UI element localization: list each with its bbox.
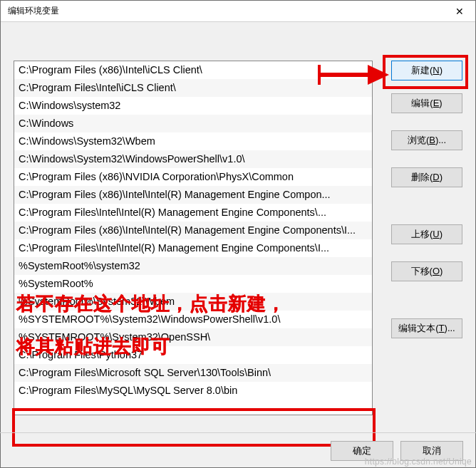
label: 删除( <box>411 172 433 182</box>
list-item[interactable]: %SystemRoot%\System32\Wbem <box>14 293 372 311</box>
list-item[interactable]: C:\Program Files (x86)\Intel\iCLS Client… <box>14 61 372 79</box>
label: 浏览( <box>408 135 429 145</box>
label-key: O <box>433 266 440 276</box>
label: 编辑文本( <box>398 323 438 333</box>
list-item[interactable]: C:\Program Files (x86)\Intel\Intel(R) Ma… <box>14 186 372 204</box>
list-item[interactable]: C:\Windows\system32 <box>14 97 372 115</box>
moveup-button[interactable]: 上移(U) <box>391 224 462 244</box>
label: )... <box>435 135 446 145</box>
label: 下移( <box>411 266 433 276</box>
label-key: T <box>439 323 445 333</box>
close-icon[interactable]: ✕ <box>443 1 475 22</box>
spacer <box>391 85 462 89</box>
label: ) <box>440 65 443 76</box>
spacer <box>391 118 462 126</box>
list-item[interactable]: C:\Windows\System32\Wbem <box>14 132 372 150</box>
label: 上移( <box>411 229 433 239</box>
ok-button[interactable]: 确定 <box>331 441 393 461</box>
spacer <box>391 155 462 163</box>
label: 编辑( <box>411 98 433 108</box>
label: 新建( <box>411 65 433 76</box>
path-listbox[interactable]: C:\Program Files (x86)\Intel\iCLS Client… <box>14 61 373 415</box>
new-button[interactable]: 新建(N) <box>391 61 462 80</box>
content-area: C:\Program Files (x86)\Intel\iCLS Client… <box>1 22 475 428</box>
list-item[interactable]: C:\Program Files (x86)\Intel\Intel(R) Ma… <box>14 222 372 239</box>
spacer <box>391 249 462 257</box>
list-item[interactable]: C:\Program Files\MySQL\MySQL Server 8.0\… <box>14 382 372 400</box>
list-item[interactable]: %SYSTEMROOT%\System32\OpenSSH\ <box>14 328 372 346</box>
label: ) <box>440 229 443 239</box>
label: )... <box>445 323 455 333</box>
cancel-button[interactable]: 取消 <box>400 441 463 461</box>
label-key: B <box>429 135 435 145</box>
dialog-title: 编辑环境变量 <box>8 5 443 17</box>
label-key: D <box>433 172 439 182</box>
label: ) <box>440 266 443 276</box>
spacer <box>391 286 462 314</box>
list-item[interactable]: C:\Program Files\Intel\Intel(R) Manageme… <box>14 204 372 222</box>
list-item[interactable]: C:\Program Files\Python37 <box>14 346 372 364</box>
list-item[interactable]: C:\Windows\System32\WindowsPowerShell\v1… <box>14 150 372 168</box>
delete-button[interactable]: 删除(D) <box>391 167 462 187</box>
list-item[interactable]: C:\Program Files (x86)\NVIDIA Corporatio… <box>14 168 372 186</box>
dialog: 编辑环境变量 ✕ C:\Program Files (x86)\Intel\iC… <box>0 0 476 468</box>
spacer <box>391 192 462 220</box>
movedown-button[interactable]: 下移(O) <box>391 261 462 281</box>
list-item[interactable]: %SystemRoot%\system32 <box>14 257 372 275</box>
list-item[interactable]: %SystemRoot% <box>14 275 372 293</box>
button-column: 新建(N) 编辑(E) 浏览(B)... 删除(D) 上移(U) 下移(O) 编… <box>391 61 462 338</box>
label-key: N <box>433 65 439 76</box>
list-item[interactable]: C:\Program Files\Microsoft SQL Server\13… <box>14 364 372 382</box>
browse-button[interactable]: 浏览(B)... <box>391 130 462 150</box>
list-item[interactable]: C:\Program Files\Intel\iCLS Client\ <box>14 79 372 97</box>
edit-button[interactable]: 编辑(E) <box>391 93 462 113</box>
edittext-button[interactable]: 编辑文本(T)... <box>391 318 462 338</box>
list-item[interactable]: C:\Windows <box>14 115 372 132</box>
titlebar: 编辑环境变量 ✕ <box>1 1 475 22</box>
list-item[interactable]: %SYSTEMROOT%\System32\WindowsPowerShell\… <box>14 311 372 328</box>
label: ) <box>439 98 442 108</box>
dialog-footer: 确定 取消 <box>0 432 476 468</box>
list-item[interactable]: C:\Program Files\Intel\Intel(R) Manageme… <box>14 239 372 257</box>
label: ) <box>440 172 443 182</box>
label-key: U <box>433 229 439 239</box>
